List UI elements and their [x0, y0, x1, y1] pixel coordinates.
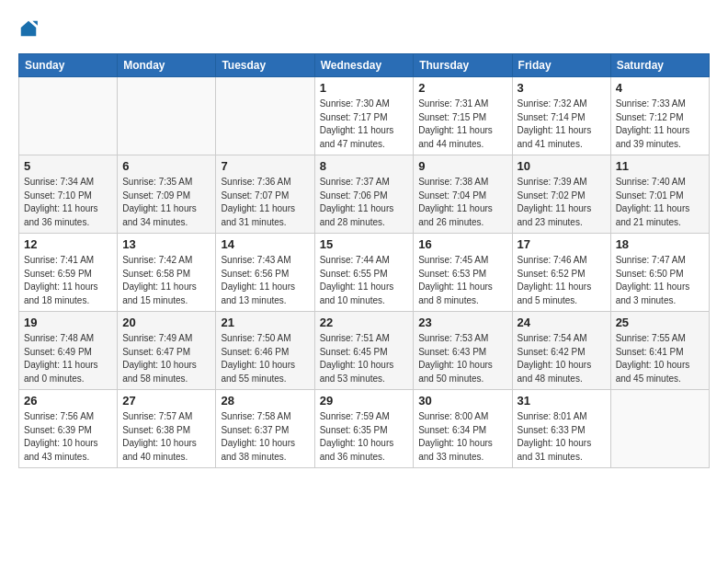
calendar-cell: 15Sunrise: 7:44 AMSunset: 6:55 PMDayligh…: [314, 234, 414, 312]
day-info: Sunrise: 7:38 AMSunset: 7:04 PMDaylight:…: [418, 176, 506, 229]
weekday-header-row: SundayMondayTuesdayWednesdayThursdayFrid…: [19, 54, 710, 77]
day-number: 6: [122, 159, 210, 173]
weekday-header-monday: Monday: [118, 54, 216, 77]
day-info: Sunrise: 7:57 AMSunset: 6:38 PMDaylight:…: [122, 410, 210, 464]
weekday-header-thursday: Thursday: [414, 54, 512, 77]
calendar-cell: 8Sunrise: 7:37 AMSunset: 7:06 PMDaylight…: [314, 155, 414, 234]
logo-icon: [18, 18, 39, 39]
calendar-cell: 9Sunrise: 7:38 AMSunset: 7:04 PMDaylight…: [414, 155, 512, 234]
day-number: 4: [616, 81, 704, 95]
calendar-cell: 30Sunrise: 8:00 AMSunset: 6:34 PMDayligh…: [414, 390, 512, 468]
day-number: 28: [221, 394, 309, 408]
day-number: 27: [122, 394, 210, 408]
calendar-cell: 12Sunrise: 7:41 AMSunset: 6:59 PMDayligh…: [19, 234, 118, 312]
day-info: Sunrise: 7:54 AMSunset: 6:42 PMDaylight:…: [518, 332, 606, 385]
day-info: Sunrise: 7:53 AMSunset: 6:43 PMDaylight:…: [418, 332, 506, 385]
day-number: 14: [221, 237, 309, 251]
day-number: 20: [122, 316, 210, 329]
day-info: Sunrise: 7:42 AMSunset: 6:58 PMDaylight:…: [122, 254, 210, 307]
week-row: 26Sunrise: 7:56 AMSunset: 6:39 PMDayligh…: [19, 390, 710, 468]
day-info: Sunrise: 7:45 AMSunset: 6:53 PMDaylight:…: [418, 254, 506, 307]
day-number: 30: [418, 394, 506, 408]
day-number: 24: [518, 316, 606, 329]
day-number: 22: [320, 316, 409, 329]
day-info: Sunrise: 7:44 AMSunset: 6:55 PMDaylight:…: [320, 254, 409, 307]
week-row: 1Sunrise: 7:30 AMSunset: 7:17 PMDaylight…: [19, 77, 710, 155]
calendar-cell: 2Sunrise: 7:31 AMSunset: 7:15 PMDaylight…: [414, 77, 512, 155]
calendar-cell: 18Sunrise: 7:47 AMSunset: 6:50 PMDayligh…: [610, 234, 709, 312]
day-info: Sunrise: 7:34 AMSunset: 7:10 PMDaylight:…: [24, 176, 112, 229]
day-info: Sunrise: 7:36 AMSunset: 7:07 PMDaylight:…: [221, 176, 309, 229]
logo: [18, 18, 42, 39]
day-number: 10: [518, 159, 606, 173]
day-info: Sunrise: 7:46 AMSunset: 6:52 PMDaylight:…: [518, 254, 606, 307]
day-info: Sunrise: 7:48 AMSunset: 6:49 PMDaylight:…: [24, 332, 112, 385]
calendar-cell: 23Sunrise: 7:53 AMSunset: 6:43 PMDayligh…: [414, 312, 512, 390]
day-number: 19: [24, 316, 112, 329]
week-row: 12Sunrise: 7:41 AMSunset: 6:59 PMDayligh…: [19, 234, 710, 312]
calendar-cell: 16Sunrise: 7:45 AMSunset: 6:53 PMDayligh…: [414, 234, 512, 312]
calendar-cell: 28Sunrise: 7:58 AMSunset: 6:37 PMDayligh…: [216, 390, 314, 468]
weekday-header-wednesday: Wednesday: [314, 54, 414, 77]
calendar-cell: 22Sunrise: 7:51 AMSunset: 6:45 PMDayligh…: [314, 312, 414, 390]
day-info: Sunrise: 7:47 AMSunset: 6:50 PMDaylight:…: [616, 254, 704, 307]
day-info: Sunrise: 7:43 AMSunset: 6:56 PMDaylight:…: [221, 254, 309, 307]
calendar-cell: 3Sunrise: 7:32 AMSunset: 7:14 PMDaylight…: [512, 77, 610, 155]
day-number: 26: [24, 394, 112, 408]
calendar-cell: 10Sunrise: 7:39 AMSunset: 7:02 PMDayligh…: [512, 155, 610, 234]
day-info: Sunrise: 7:59 AMSunset: 6:35 PMDaylight:…: [320, 410, 409, 464]
day-info: Sunrise: 7:33 AMSunset: 7:12 PMDaylight:…: [616, 98, 704, 151]
calendar-cell: 24Sunrise: 7:54 AMSunset: 6:42 PMDayligh…: [512, 312, 610, 390]
day-number: 2: [418, 81, 506, 95]
calendar-cell: 27Sunrise: 7:57 AMSunset: 6:38 PMDayligh…: [118, 390, 216, 468]
calendar-cell: 6Sunrise: 7:35 AMSunset: 7:09 PMDaylight…: [118, 155, 216, 234]
day-info: Sunrise: 7:41 AMSunset: 6:59 PMDaylight:…: [24, 254, 112, 307]
day-number: 23: [418, 316, 506, 329]
day-number: 3: [518, 81, 606, 95]
day-number: 25: [616, 316, 704, 329]
svg-marker-0: [21, 21, 37, 37]
day-number: 15: [320, 237, 409, 251]
day-number: 18: [616, 237, 704, 251]
calendar-cell: 14Sunrise: 7:43 AMSunset: 6:56 PMDayligh…: [216, 234, 314, 312]
day-info: Sunrise: 7:31 AMSunset: 7:15 PMDaylight:…: [418, 98, 506, 151]
calendar-cell: 11Sunrise: 7:40 AMSunset: 7:01 PMDayligh…: [610, 155, 709, 234]
calendar-cell: 26Sunrise: 7:56 AMSunset: 6:39 PMDayligh…: [19, 390, 118, 468]
day-number: 17: [518, 237, 606, 251]
calendar-cell: 5Sunrise: 7:34 AMSunset: 7:10 PMDaylight…: [19, 155, 118, 234]
day-number: 13: [122, 237, 210, 251]
day-number: 9: [418, 159, 506, 173]
day-info: Sunrise: 7:40 AMSunset: 7:01 PMDaylight:…: [616, 176, 704, 229]
day-info: Sunrise: 8:00 AMSunset: 6:34 PMDaylight:…: [418, 410, 506, 464]
day-info: Sunrise: 7:56 AMSunset: 6:39 PMDaylight:…: [24, 410, 112, 464]
day-number: 8: [320, 159, 409, 173]
day-info: Sunrise: 7:30 AMSunset: 7:17 PMDaylight:…: [320, 98, 409, 151]
day-number: 29: [320, 394, 409, 408]
day-info: Sunrise: 7:35 AMSunset: 7:09 PMDaylight:…: [122, 176, 210, 229]
calendar-cell: [19, 77, 118, 155]
day-info: Sunrise: 7:37 AMSunset: 7:06 PMDaylight:…: [320, 176, 409, 229]
calendar-cell: 19Sunrise: 7:48 AMSunset: 6:49 PMDayligh…: [19, 312, 118, 390]
page: SundayMondayTuesdayWednesdayThursdayFrid…: [0, 0, 728, 477]
weekday-header-tuesday: Tuesday: [216, 54, 314, 77]
week-row: 19Sunrise: 7:48 AMSunset: 6:49 PMDayligh…: [19, 312, 710, 390]
day-number: 11: [616, 159, 704, 173]
day-number: 5: [24, 159, 112, 173]
day-info: Sunrise: 7:49 AMSunset: 6:47 PMDaylight:…: [122, 332, 210, 385]
calendar-cell: [610, 390, 709, 468]
weekday-header-sunday: Sunday: [19, 54, 118, 77]
calendar-cell: 4Sunrise: 7:33 AMSunset: 7:12 PMDaylight…: [610, 77, 709, 155]
calendar-cell: 17Sunrise: 7:46 AMSunset: 6:52 PMDayligh…: [512, 234, 610, 312]
calendar-cell: 31Sunrise: 8:01 AMSunset: 6:33 PMDayligh…: [512, 390, 610, 468]
day-number: 1: [320, 81, 409, 95]
calendar-cell: 1Sunrise: 7:30 AMSunset: 7:17 PMDaylight…: [314, 77, 414, 155]
calendar-cell: [118, 77, 216, 155]
day-info: Sunrise: 7:58 AMSunset: 6:37 PMDaylight:…: [221, 410, 309, 464]
svg-marker-1: [32, 21, 38, 26]
day-info: Sunrise: 7:51 AMSunset: 6:45 PMDaylight:…: [320, 332, 409, 385]
calendar-cell: 20Sunrise: 7:49 AMSunset: 6:47 PMDayligh…: [118, 312, 216, 390]
day-info: Sunrise: 7:39 AMSunset: 7:02 PMDaylight:…: [518, 176, 606, 229]
day-number: 12: [24, 237, 112, 251]
week-row: 5Sunrise: 7:34 AMSunset: 7:10 PMDaylight…: [19, 155, 710, 234]
day-info: Sunrise: 8:01 AMSunset: 6:33 PMDaylight:…: [518, 410, 606, 464]
